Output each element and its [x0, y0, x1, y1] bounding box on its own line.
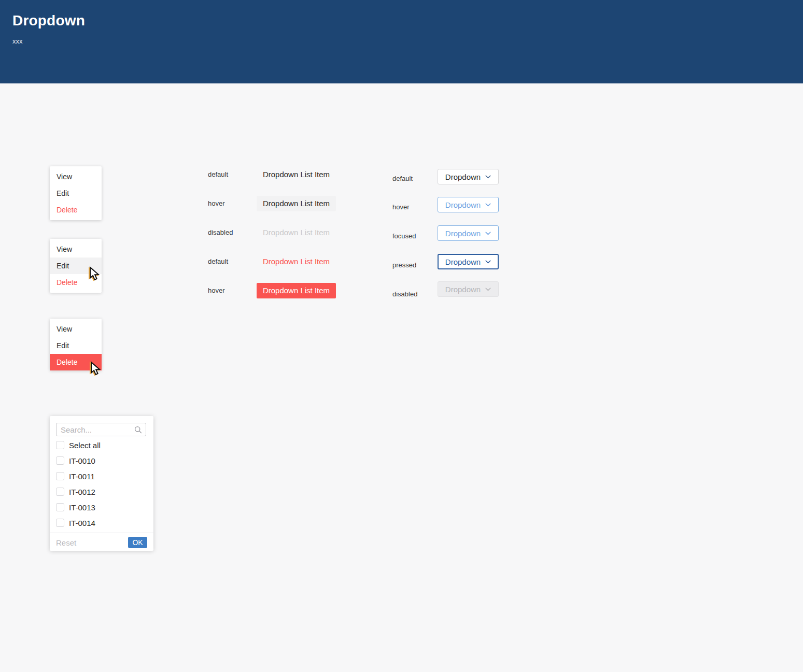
- dropdown-list-item-danger[interactable]: Dropdown List Item: [257, 254, 336, 269]
- dropdown-list-item-default[interactable]: Dropdown List Item: [257, 167, 336, 182]
- dropdown-button-default[interactable]: Dropdown: [438, 169, 499, 184]
- list-item-state-row: hover Dropdown List Item: [208, 283, 415, 298]
- multiselect-dropdown-panel: Select all IT-0010 IT-0011 IT-0012 IT-00…: [50, 416, 153, 551]
- footer-divider: [50, 533, 153, 533]
- page-header: Dropdown xxx: [0, 0, 803, 83]
- context-menu-pressed: View Edit Delete: [50, 319, 102, 370]
- option-it-0011[interactable]: IT-0011: [50, 468, 153, 484]
- dropdown-button-disabled: Dropdown: [438, 281, 499, 297]
- menu-item-edit[interactable]: Edit: [50, 337, 102, 354]
- list-item-state-row: default Dropdown List Item: [208, 254, 415, 269]
- context-menu-hover: View Edit Delete: [50, 239, 102, 293]
- menu-item-edit[interactable]: Edit: [50, 185, 102, 202]
- option-label: IT-0011: [69, 472, 95, 481]
- checkbox-icon[interactable]: [56, 519, 64, 527]
- checkbox-icon[interactable]: [56, 488, 64, 496]
- search-icon: [134, 426, 142, 436]
- option-label: IT-0012: [69, 488, 95, 496]
- state-label: default: [392, 175, 413, 183]
- option-label: IT-0014: [69, 519, 95, 527]
- option-it-0013[interactable]: IT-0013: [50, 499, 153, 515]
- menu-item-view[interactable]: View: [50, 168, 102, 185]
- option-label: Select all: [69, 441, 101, 450]
- menu-item-view[interactable]: View: [50, 241, 102, 258]
- page-subtitle: xxx: [12, 37, 23, 45]
- state-label: hover: [392, 203, 410, 211]
- option-it-0010[interactable]: IT-0010: [50, 453, 153, 468]
- menu-item-view[interactable]: View: [50, 321, 102, 337]
- state-label: disabled: [208, 225, 233, 240]
- option-label: IT-0010: [69, 456, 95, 465]
- chevron-down-icon: [485, 288, 491, 291]
- state-label: default: [208, 254, 228, 269]
- checkbox-icon[interactable]: [56, 503, 64, 511]
- search-box: [56, 423, 146, 436]
- chevron-down-icon: [485, 175, 491, 179]
- menu-item-edit-hovered[interactable]: Edit: [50, 258, 102, 274]
- chevron-down-icon: [485, 203, 491, 207]
- reset-button[interactable]: Reset: [56, 538, 76, 547]
- ok-button[interactable]: OK: [128, 537, 147, 548]
- list-item-state-row: hover Dropdown List Item: [208, 196, 415, 211]
- state-label: default: [208, 167, 228, 182]
- context-menu-default: View Edit Delete: [50, 166, 102, 220]
- chevron-down-icon: [485, 232, 491, 235]
- state-label: hover: [208, 283, 225, 298]
- menu-item-delete[interactable]: Delete: [50, 202, 102, 218]
- state-label: focused: [392, 232, 416, 240]
- option-select-all[interactable]: Select all: [50, 437, 153, 453]
- option-it-0014[interactable]: IT-0014: [50, 515, 153, 531]
- menu-item-delete-pressed[interactable]: Delete: [50, 354, 102, 370]
- option-label: IT-0013: [69, 503, 95, 512]
- dropdown-button-text: Dropdown: [445, 285, 481, 294]
- search-input[interactable]: [61, 423, 131, 436]
- state-label: pressed: [392, 261, 416, 269]
- dropdown-button-text: Dropdown: [445, 258, 481, 266]
- dropdown-button-focused[interactable]: Dropdown: [438, 225, 499, 241]
- list-item-state-row: default Dropdown List Item: [208, 167, 415, 182]
- page-title: Dropdown: [12, 12, 85, 29]
- menu-item-delete[interactable]: Delete: [50, 274, 102, 291]
- dropdown-button-text: Dropdown: [445, 201, 481, 209]
- option-it-0012[interactable]: IT-0012: [50, 484, 153, 499]
- list-item-state-row: disabled Dropdown List Item: [208, 225, 415, 240]
- dropdown-list-item-danger-hover[interactable]: Dropdown List Item: [257, 283, 336, 298]
- dropdown-list-item-disabled: Dropdown List Item: [257, 225, 336, 240]
- chevron-down-icon: [485, 260, 491, 264]
- checkbox-icon[interactable]: [56, 456, 64, 465]
- state-label: hover: [208, 196, 225, 211]
- dropdown-button-hover[interactable]: Dropdown: [438, 197, 499, 212]
- dropdown-button-text: Dropdown: [445, 173, 481, 181]
- dropdown-list-item-hover[interactable]: Dropdown List Item: [257, 196, 336, 211]
- state-label: disabled: [392, 290, 417, 298]
- dropdown-button-text: Dropdown: [445, 229, 481, 238]
- dropdown-button-pressed[interactable]: Dropdown: [438, 254, 499, 269]
- checkbox-icon[interactable]: [56, 441, 64, 449]
- checkbox-icon[interactable]: [56, 472, 64, 480]
